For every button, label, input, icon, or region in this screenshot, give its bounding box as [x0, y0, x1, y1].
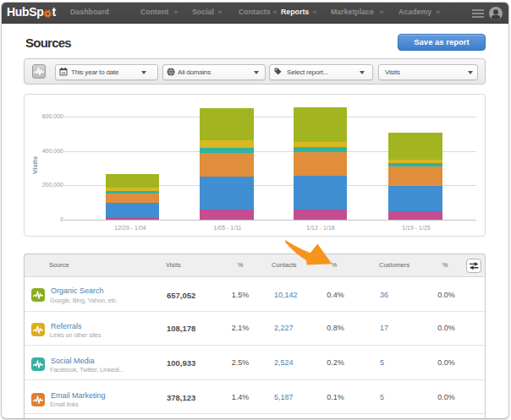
- svg-text:31: 31: [62, 71, 66, 75]
